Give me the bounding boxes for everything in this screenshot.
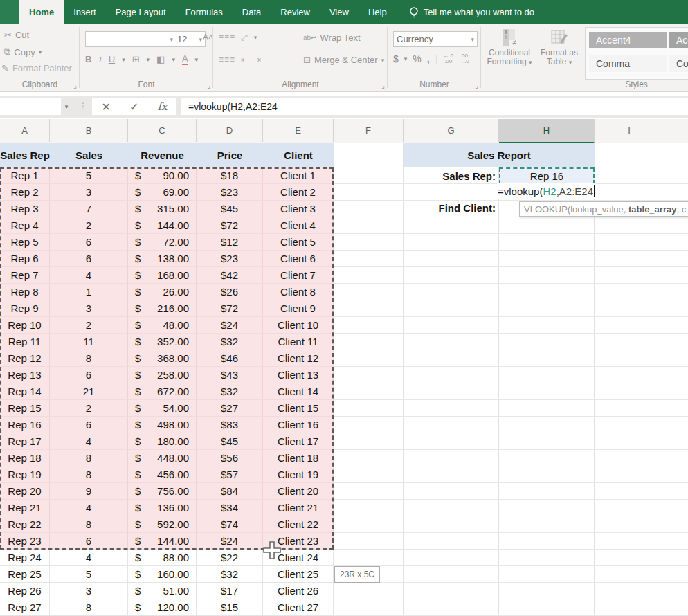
cell-A15[interactable]: Rep 14: [0, 383, 50, 400]
style-chip-comma-partial[interactable]: Co: [669, 55, 688, 72]
cell-D5[interactable]: $72: [197, 217, 263, 234]
cell-C11[interactable]: $48.00: [128, 317, 197, 334]
cell-A7[interactable]: Rep 6: [0, 251, 50, 267]
cell-B20[interactable]: 8: [50, 466, 128, 483]
cell-B10[interactable]: 3: [50, 300, 128, 317]
cell-B23[interactable]: 8: [50, 516, 128, 533]
cell-D6[interactable]: $12: [197, 234, 263, 251]
cell-D25[interactable]: $22: [197, 550, 263, 566]
cell-D4[interactable]: $45: [197, 201, 263, 217]
cut-button[interactable]: ✂ Cut: [4, 30, 29, 40]
cell-E15[interactable]: Client 14: [263, 383, 334, 400]
column-header-D[interactable]: D: [197, 119, 263, 142]
tell-me-box[interactable]: Tell me what you want to do: [397, 0, 534, 24]
column-header-C[interactable]: C: [128, 119, 197, 142]
wrap-text-button[interactable]: ab↩ Wrap Text: [303, 33, 361, 43]
cell-C18[interactable]: $180.00: [128, 433, 197, 450]
cell-C2[interactable]: $90.00: [128, 167, 197, 184]
cell-B7[interactable]: 6: [50, 251, 128, 267]
column-header-B[interactable]: B: [50, 119, 128, 142]
cell-D17[interactable]: $83: [197, 417, 263, 433]
cell-C4[interactable]: $315.00: [128, 201, 197, 217]
cell-E9[interactable]: Client 8: [263, 284, 334, 300]
cell-E13[interactable]: Client 12: [263, 350, 334, 367]
cell-B13[interactable]: 8: [50, 350, 128, 367]
cell-B17[interactable]: 6: [50, 417, 128, 433]
cell-A5[interactable]: Rep 4: [0, 217, 50, 234]
cell-A18[interactable]: Rep 17: [0, 433, 50, 450]
cell-A14[interactable]: Rep 13: [0, 367, 50, 383]
cell-D13[interactable]: $46: [197, 350, 263, 367]
cell-E3[interactable]: Client 2: [263, 184, 334, 201]
copy-button[interactable]: ⧉ Copy ▾: [4, 46, 42, 57]
indent-decrease-icon[interactable]: ⇤: [241, 55, 248, 64]
cell-B19[interactable]: 8: [50, 450, 128, 466]
cell-A9[interactable]: Rep 8: [0, 284, 50, 300]
cell-C20[interactable]: $456.00: [128, 466, 197, 483]
formula-bar-handle[interactable]: ⋮: [79, 101, 87, 111]
border-icon[interactable]: ⊞: [132, 54, 140, 64]
cell-A8[interactable]: Rep 7: [0, 267, 50, 284]
cell-A6[interactable]: Rep 5: [0, 234, 50, 251]
comma-style-icon[interactable]: ,: [427, 53, 430, 64]
tab-data[interactable]: Data: [233, 0, 271, 24]
tab-view[interactable]: View: [320, 0, 359, 24]
cell-D22[interactable]: $34: [197, 500, 263, 516]
cell-B24[interactable]: 6: [50, 533, 128, 550]
cell-B12[interactable]: 11: [50, 334, 128, 350]
enter-icon[interactable]: ✓: [129, 100, 138, 114]
decrease-decimal-icon[interactable]: .00 →.0: [459, 53, 469, 64]
cell-A22[interactable]: Rep 21: [0, 500, 50, 516]
cell-D15[interactable]: $32: [197, 383, 263, 400]
column-header-H[interactable]: H: [499, 119, 595, 143]
fill-color-icon[interactable]: ◧: [156, 54, 165, 64]
column-header-F[interactable]: F: [334, 119, 404, 142]
column-header-A[interactable]: A: [0, 119, 50, 142]
fill-dropdown-icon[interactable]: ▾: [172, 56, 175, 63]
cell-C21[interactable]: $756.00: [128, 483, 197, 500]
cell-B3[interactable]: 3: [50, 184, 128, 201]
conditional-formatting-button[interactable]: ≠ Conditional Formatting ▾: [485, 28, 534, 67]
cell-A4[interactable]: Rep 3: [0, 201, 50, 217]
cell-E21[interactable]: Client 20: [263, 483, 334, 500]
file-tab-partial[interactable]: [0, 0, 19, 24]
cell-E12[interactable]: Client 11: [263, 334, 334, 350]
cell-E6[interactable]: Client 5: [263, 234, 334, 251]
cell-A23[interactable]: Rep 22: [0, 516, 50, 533]
cell-A26[interactable]: Rep 25: [0, 566, 50, 583]
cell-A17[interactable]: Rep 16: [0, 417, 50, 433]
cell-E22[interactable]: Client 21: [263, 500, 334, 516]
cell-D19[interactable]: $56: [197, 450, 263, 466]
orientation-dropdown-icon[interactable]: ▾: [254, 34, 257, 41]
increase-decimal-icon[interactable]: ←.0 .00: [443, 53, 453, 64]
font-color-icon[interactable]: A: [182, 53, 188, 65]
grow-font-icon[interactable]: A˄: [203, 33, 213, 42]
cell-B6[interactable]: 6: [50, 234, 128, 251]
cell-A16[interactable]: Rep 15: [0, 400, 50, 417]
cell-C12[interactable]: $352.00: [128, 334, 197, 350]
cell-D20[interactable]: $57: [197, 466, 263, 483]
cell-D7[interactable]: $23: [197, 251, 263, 267]
cell-A13[interactable]: Rep 12: [0, 350, 50, 367]
cell-C3[interactable]: $69.00: [128, 184, 197, 201]
cell-D11[interactable]: $24: [197, 317, 263, 334]
number-dialog-launcher-icon[interactable]: ⌟: [475, 82, 478, 89]
cell-H3-formula-editing[interactable]: =vlookup(H2,A2:E24: [497, 183, 595, 199]
cell-B14[interactable]: 6: [50, 367, 128, 383]
underline-button[interactable]: U: [109, 54, 115, 64]
align-top-icon[interactable]: ≡≡≡: [219, 33, 235, 42]
cell-B26[interactable]: 5: [50, 566, 128, 583]
cell-C17[interactable]: $498.00: [128, 417, 197, 433]
number-format-combo[interactable]: Currency ▾: [393, 31, 478, 47]
cell-A11[interactable]: Rep 10: [0, 317, 50, 334]
cell-E26[interactable]: Client 25: [263, 566, 334, 583]
font-size-combo[interactable]: 12 ▾: [174, 31, 206, 47]
cell-B4[interactable]: 7: [50, 201, 128, 217]
cell-C8[interactable]: $168.00: [128, 267, 197, 284]
cell-C5[interactable]: $144.00: [128, 217, 197, 234]
cell-C27[interactable]: $51.00: [128, 583, 197, 599]
column-header-E[interactable]: E: [263, 119, 334, 142]
cell-A27[interactable]: Rep 26: [0, 583, 50, 599]
cell-H2[interactable]: Rep 16: [499, 167, 595, 184]
style-chip-accent4[interactable]: Accent4: [589, 32, 667, 48]
